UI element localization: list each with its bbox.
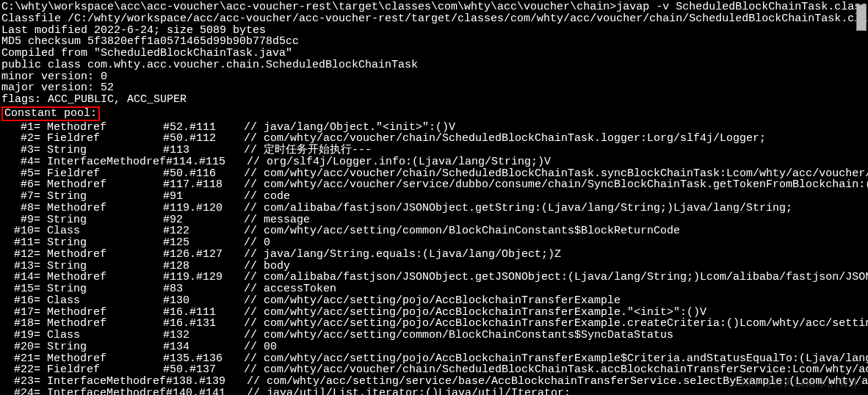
pool-entry: #3 = String#113// 定时任务开始执行--- [1, 145, 867, 156]
pool-entry: #15 = String#83// accessToken [1, 283, 867, 295]
command-line: C:\whty\workspace\acc\acc-voucher\acc-vo… [1, 1, 867, 13]
major-line: major version: 52 [1, 82, 867, 94]
constant-pool-highlight: Constant pool: [1, 106, 100, 121]
lastmod-line: Last modified 2022-6-24; size 5089 bytes [1, 25, 867, 37]
pool-entry: #21 = Methodref#135.#136// com/whty/acc/… [1, 353, 867, 365]
pool-entry: #20 = String#134// 00 [1, 341, 867, 353]
minor-line: minor version: 0 [1, 71, 867, 83]
flags-line: flags: ACC_PUBLIC, ACC_SUPER [1, 94, 867, 106]
pool-entry: #6 = Methodref#117.#118// com/whty/acc/v… [1, 179, 867, 191]
pool-entry: #12 = Methodref#126.#127// java/lang/Str… [1, 249, 867, 261]
pool-entry: #10 = Class#122// com/whty/acc/setting/c… [1, 225, 867, 237]
vertical-scrollbar[interactable] [856, 4, 867, 31]
pool-entry: #17 = Methodref#16.#111// com/whty/acc/s… [1, 307, 867, 319]
pool-entry: #22 = Fieldref#50.#137// com/whty/acc/vo… [1, 364, 867, 376]
pool-entry: #11 = String#125// 0 [1, 237, 867, 249]
pool-entry: #13 = String#128// body [1, 261, 867, 272]
pool-entry: #19 = Class#132// com/whty/acc/setting/c… [1, 330, 867, 341]
classfile-line: Classfile /C:/whty/workspace/acc/acc-vou… [1, 13, 867, 25]
pool-entry: #2 = Fieldref#50.#112// com/whty/acc/vou… [1, 133, 867, 145]
pool-entry: #14 = Methodref#119.#129// com/alibaba/f… [1, 272, 867, 283]
pool-entry: #1 = Methodref#52.#111// java/lang/Objec… [1, 122, 867, 134]
pool-entry: #8 = Methodref#119.#120// com/alibaba/fa… [1, 203, 867, 214]
pool-entry: #16 = Class#130// com/whty/acc/setting/p… [1, 295, 867, 307]
compiled-line: Compiled from "ScheduledBlockChainTask.j… [1, 48, 867, 59]
pubclass-line: public class com.whty.acc.voucher.chain.… [1, 59, 867, 71]
pool-entry: #18 = Methodref#16.#131// com/whty/acc/s… [1, 318, 867, 330]
pool-entry: #5 = Fieldref#50.#116// com/whty/acc/vou… [1, 168, 867, 180]
pool-entry: #4 = InterfaceMethodref#114.#115// org/s… [1, 156, 867, 168]
md5-line: MD5 checksum 5f3820eff1a0571465d99b90b77… [1, 36, 867, 48]
pool-entry: #7 = String#91// code [1, 191, 867, 203]
pool-entry: #9 = String#92// message [1, 214, 867, 226]
pool-entry: #23 = InterfaceMethodref#138.#139// com/… [1, 376, 867, 388]
constant-pool-table: #1 = Methodref#52.#111// java/lang/Objec… [1, 122, 867, 396]
pool-entry: #24 = InterfaceMethodref#140.#141// java… [1, 388, 867, 395]
